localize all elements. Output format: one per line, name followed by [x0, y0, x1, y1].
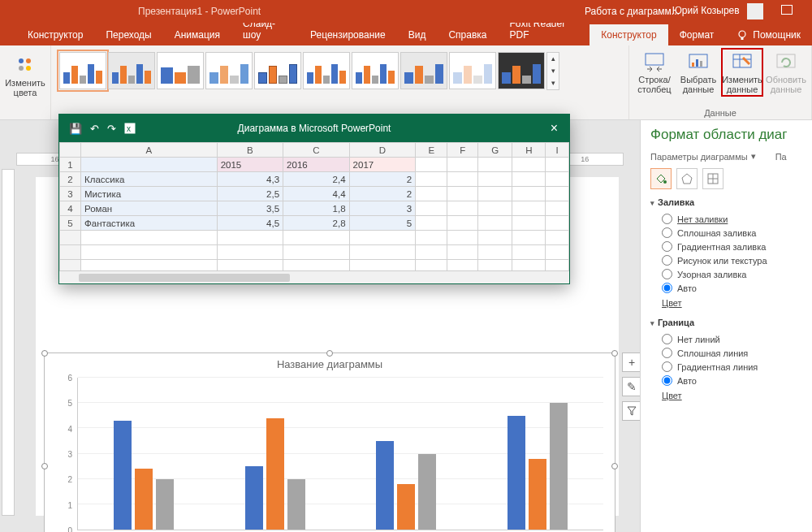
cell[interactable] — [478, 245, 512, 260]
cell[interactable] — [447, 187, 478, 201]
cell[interactable] — [512, 172, 546, 187]
excel-title-bar[interactable]: 💾 ↶ ↷ x Диаграмма в Microsoft PowerPoint… — [59, 115, 569, 142]
tab-view[interactable]: Вид — [397, 24, 438, 45]
cell[interactable] — [447, 245, 478, 260]
fill-pattern-radio[interactable]: Узорная заливка — [650, 267, 812, 281]
bar[interactable] — [287, 479, 305, 530]
chart-style-7[interactable] — [352, 52, 399, 89]
plot-area[interactable] — [77, 378, 603, 530]
cell[interactable] — [349, 245, 415, 260]
gallery-down-icon[interactable]: ▾ — [547, 65, 559, 77]
bar-group[interactable] — [472, 378, 603, 530]
edit-data-button[interactable]: Изменить данные — [722, 49, 762, 96]
cell[interactable] — [546, 231, 569, 245]
cell[interactable]: 4,3 — [217, 172, 283, 187]
col-header[interactable]: F — [447, 143, 478, 158]
cell[interactable] — [217, 231, 283, 245]
col-header[interactable]: A — [81, 143, 218, 158]
col-header[interactable]: D — [349, 143, 415, 158]
size-properties-tab[interactable] — [702, 168, 723, 189]
fill-line-tab[interactable] — [650, 168, 672, 189]
cell[interactable]: 2,8 — [283, 216, 349, 231]
cell[interactable] — [478, 216, 512, 231]
cell[interactable] — [478, 158, 512, 172]
cell[interactable]: 2,4 — [283, 172, 349, 187]
chart-object[interactable]: Название диаграммы 0 1 2 3 4 5 6 Классик… — [44, 353, 615, 532]
cell[interactable] — [81, 245, 218, 260]
cell[interactable] — [512, 231, 546, 245]
cell[interactable] — [546, 216, 569, 231]
switch-row-column-button[interactable]: Строка/ столбец — [634, 49, 675, 96]
bar[interactable] — [156, 479, 174, 530]
chart-style-8[interactable] — [400, 52, 447, 89]
tab-transitions[interactable]: Переходы — [94, 24, 162, 45]
row-header[interactable]: 1 — [60, 158, 81, 172]
col-header[interactable]: C — [283, 143, 349, 158]
bar[interactable] — [135, 469, 153, 530]
chart-style-9[interactable] — [449, 52, 496, 89]
excel-grid[interactable]: ABCDEFGHI12015201620172Классика4,32,423М… — [59, 142, 569, 275]
select-all-cell[interactable] — [60, 143, 81, 158]
chart-style-3[interactable] — [157, 52, 204, 89]
border-color-button[interactable]: Цвет — [650, 387, 812, 404]
fill-color-button[interactable]: Цвет — [650, 295, 812, 311]
cell[interactable] — [447, 201, 478, 216]
border-gradient-radio[interactable]: Градиентная линия — [650, 360, 812, 374]
cell[interactable] — [447, 231, 478, 245]
bar[interactable] — [114, 421, 132, 530]
cell[interactable] — [512, 158, 546, 172]
fill-picture-radio[interactable]: Рисунок или текстура — [650, 253, 812, 267]
redo-icon[interactable]: ↷ — [107, 123, 116, 135]
chart-style-5[interactable] — [254, 52, 301, 89]
cell[interactable] — [447, 216, 478, 231]
cell[interactable] — [283, 231, 349, 245]
cell[interactable]: Фантастика — [81, 216, 218, 231]
cell[interactable]: 2016 — [283, 158, 349, 172]
cell[interactable] — [447, 158, 478, 172]
bar[interactable] — [508, 416, 525, 530]
col-header[interactable]: H — [512, 143, 546, 158]
cell[interactable]: Классика — [81, 172, 218, 187]
cell[interactable]: 4,5 — [217, 216, 283, 231]
cell[interactable]: 5 — [349, 216, 415, 231]
chart-style-10[interactable] — [498, 52, 545, 89]
cell[interactable] — [416, 172, 447, 187]
cell[interactable] — [349, 231, 415, 245]
effects-tab[interactable] — [676, 168, 698, 189]
fill-none-radio[interactable]: Нет заливки — [650, 212, 812, 226]
cell[interactable] — [512, 216, 546, 231]
tab-chart-design[interactable]: Конструктор — [590, 24, 667, 45]
user-name[interactable]: Юрий Козырев — [672, 3, 763, 19]
col-header[interactable]: G — [478, 143, 512, 158]
cell[interactable] — [447, 172, 478, 187]
cell[interactable] — [512, 245, 546, 260]
cell[interactable] — [546, 158, 569, 172]
gallery-more-icon[interactable]: ▾ — [547, 77, 559, 89]
bar[interactable] — [376, 441, 394, 530]
cell[interactable]: 2017 — [349, 158, 415, 172]
row-header[interactable]: 5 — [60, 216, 81, 231]
row-header[interactable] — [60, 245, 81, 260]
chart-style-1[interactable] — [59, 52, 106, 89]
cell[interactable] — [478, 172, 512, 187]
cell[interactable] — [546, 201, 569, 216]
change-colors-button[interactable]: Изменить цвета — [5, 52, 45, 99]
cell[interactable] — [546, 187, 569, 201]
chart-style-2[interactable] — [108, 52, 155, 89]
cell[interactable]: 3 — [349, 201, 415, 216]
chart-styles-button[interactable]: ✎ — [622, 377, 640, 396]
cell[interactable] — [416, 216, 447, 231]
cell[interactable] — [81, 158, 218, 172]
chart-style-4[interactable] — [205, 52, 253, 89]
cell[interactable] — [416, 245, 447, 260]
cell[interactable] — [283, 245, 349, 260]
fill-solid-radio[interactable]: Сплошная заливка — [650, 226, 812, 240]
bar[interactable] — [418, 454, 436, 530]
cell[interactable] — [478, 201, 512, 216]
fill-auto-radio[interactable]: Авто — [650, 281, 812, 295]
excel-app-icon[interactable]: x — [124, 123, 136, 135]
bar-group[interactable] — [341, 378, 473, 530]
cell[interactable] — [546, 245, 569, 260]
bar[interactable] — [550, 403, 568, 530]
tab-help[interactable]: Справка — [437, 24, 498, 45]
